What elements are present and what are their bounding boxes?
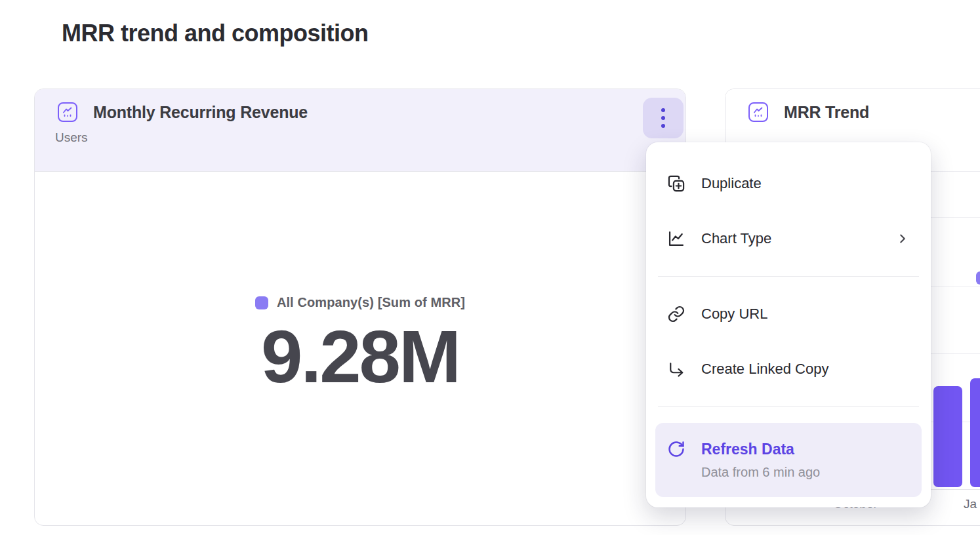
corner-down-right-icon	[667, 360, 685, 378]
mrr-card-title: Monthly Recurring Revenue	[93, 103, 308, 122]
chevron-right-icon	[895, 231, 910, 246]
menu-item-create-linked-copy[interactable]: Create Linked Copy	[655, 347, 922, 391]
trend-card-title: MRR Trend	[784, 103, 869, 122]
bar	[933, 386, 962, 487]
card-options-menu: Duplicate Chart Type Copy URL	[646, 142, 931, 507]
mrr-value: 9.28M	[261, 319, 459, 394]
menu-divider	[658, 276, 919, 277]
link-icon	[667, 305, 685, 323]
mrr-card-subtitle: Users	[55, 130, 685, 145]
mrr-card-body: All Company(s) [Sum of MRR] 9.28M	[35, 172, 685, 525]
menu-divider	[658, 406, 919, 407]
menu-item-copy-url[interactable]: Copy URL	[655, 292, 922, 336]
menu-item-label: Duplicate	[701, 175, 762, 192]
kebab-icon	[661, 108, 665, 128]
menu-item-chart-type[interactable]: Chart Type	[655, 217, 922, 260]
bar	[970, 378, 980, 487]
page-title: MRR trend and composition	[62, 20, 369, 47]
duplicate-icon	[667, 174, 685, 193]
menu-item-duplicate[interactable]: Duplicate	[655, 162, 922, 205]
mrr-legend: All Company(s) [Sum of MRR]	[255, 295, 465, 310]
refresh-status-text: Data from 6 min ago	[701, 465, 820, 480]
menu-item-label: Refresh Data	[701, 440, 820, 458]
menu-item-label: Chart Type	[701, 230, 771, 247]
menu-item-label: Create Linked Copy	[701, 361, 828, 378]
mrr-card-header: Monthly Recurring Revenue Users	[35, 89, 685, 172]
trend-legend-swatch-icon	[976, 271, 980, 285]
refresh-icon	[667, 440, 685, 458]
x-tick-january: Ja	[964, 497, 977, 511]
chart-card-icon	[58, 102, 77, 122]
menu-item-refresh-data[interactable]: Refresh Data Data from 6 min ago	[655, 423, 922, 497]
legend-swatch-icon	[255, 296, 268, 309]
line-chart-icon	[667, 229, 685, 248]
menu-item-label: Copy URL	[701, 306, 767, 323]
chart-card-icon	[748, 102, 768, 122]
mrr-card: Monthly Recurring Revenue Users All Comp…	[34, 89, 686, 526]
legend-label: All Company(s) [Sum of MRR]	[277, 295, 465, 310]
card-options-button[interactable]	[643, 98, 684, 138]
